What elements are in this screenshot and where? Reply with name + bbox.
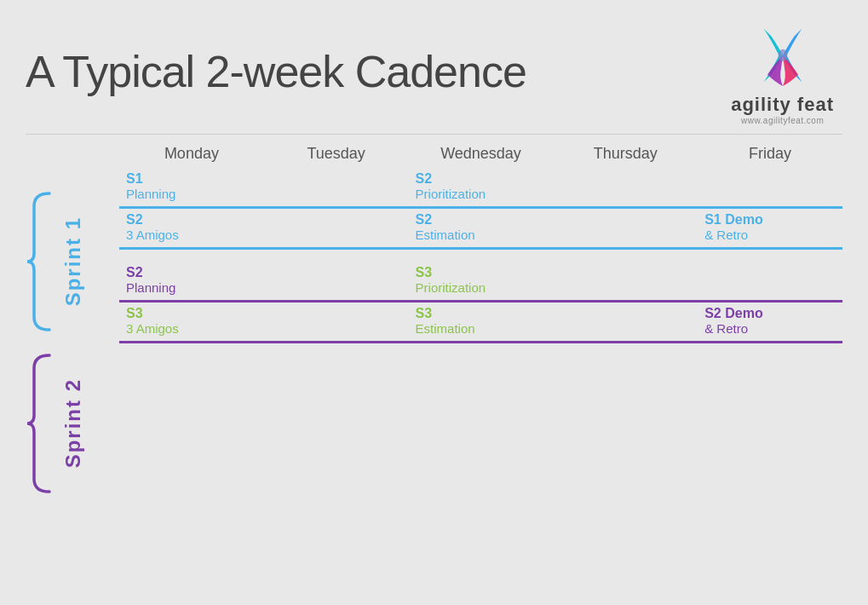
event-s3-amigos-name: 3 Amigos [126,321,264,336]
sprint2-row2-line [119,341,842,343]
event-s3-prior-label: S3 [416,265,554,280]
event-s2-planning: S2 Planning [119,265,264,295]
event-s2-3amigos: S2 3 Amigos [119,212,264,242]
event-s2-prioritization: S2 Prioritization [409,171,554,201]
event-s3-estimation: S3 Estimation [409,306,554,336]
header-divider [26,134,842,135]
event-s1-planning-label: S1 [126,171,264,187]
empty-col3 [698,171,842,201]
day-friday: Friday [698,145,842,163]
logo-name: agility feat [731,94,834,116]
sprint1-block: Sprint 1 [26,181,119,343]
event-s1-demo-label: S1 Demo [704,212,842,228]
event-s2-est-name: Estimation [416,228,554,242]
schedule-table: Monday Tuesday Wednesday Thursday Friday… [119,145,842,504]
header: A Typical 2-week Cadence agility feat ww… [26,17,842,125]
sprint1-label: Sprint 1 [61,216,85,306]
event-s2-plan-label: S2 [126,265,264,280]
sprint2-block: Sprint 2 [26,343,119,504]
days-header-row: Monday Tuesday Wednesday Thursday Friday [119,145,842,163]
sprint2-row1-events: S2 Planning S3 Prioritization [119,265,842,300]
sprint1-row1-line [119,206,842,209]
logo-icon [744,17,821,94]
empty-col9 [264,306,409,336]
days-spacer [26,145,119,181]
event-s3-amigos-label: S3 [126,306,264,321]
sprint1-row2: S2 3 Amigos S2 Estimation S1 Demo & Retr… [119,212,842,250]
page-container: A Typical 2-week Cadence agility feat ww… [0,0,868,605]
event-s1-demo-name: & Retro [704,228,842,242]
event-s1-planning: S1 Planning [119,171,264,201]
empty-col6 [264,265,409,295]
day-monday: Monday [119,145,264,163]
event-s2-est-label: S2 [416,212,554,228]
sprint1-row2-line [119,247,842,250]
sprint1-row1: S1 Planning S2 Prioritization [119,171,842,209]
svg-point-0 [778,49,787,61]
event-s1-planning-name: Planning [126,187,264,201]
sprint2-label: Sprint 2 [61,378,85,468]
day-tuesday: Tuesday [264,145,409,163]
empty-col4 [264,212,409,242]
event-s2-demo-label: S2 Demo [704,306,842,321]
event-s3-est-name: Estimation [416,321,554,336]
logo-url: www.agilityfeat.com [741,116,824,125]
empty-col5 [553,212,698,242]
empty-col2 [553,171,698,201]
sprint1-brace-icon [26,189,56,334]
event-s3-prior-name: Prioritization [416,280,554,295]
sprint-labels-column: Sprint 1 Sprint 2 [26,145,119,504]
page-title: A Typical 2-week Cadence [26,46,526,97]
empty-col [264,171,409,201]
empty-col7 [553,265,698,295]
event-s3-3amigos: S3 3 Amigos [119,306,264,336]
empty-col8 [698,265,842,295]
logo-area: agility feat www.agilityfeat.com [731,17,834,125]
sprint1-row1-events: S1 Planning S2 Prioritization [119,171,842,206]
event-s2-prior-label: S2 [416,171,554,187]
event-s2-amigos-name: 3 Amigos [126,228,264,242]
sprint2-row1: S2 Planning S3 Prioritization [119,265,842,302]
day-thursday: Thursday [553,145,698,163]
event-s2-estimation: S2 Estimation [409,212,554,242]
event-s1-demo: S1 Demo & Retro [698,212,842,242]
sprint2-row2-events: S3 3 Amigos S3 Estimation S2 Demo & Retr… [119,306,842,341]
main-content: Sprint 1 Sprint 2 Monday Tuesday Wednesd… [26,145,842,504]
day-wednesday: Wednesday [409,145,554,163]
event-s3-est-label: S3 [416,306,554,321]
event-s2-demo-name: & Retro [704,321,842,336]
sprint2-row2: S3 3 Amigos S3 Estimation S2 Demo & Retr… [119,306,842,343]
event-s3-prioritization: S3 Prioritization [409,265,554,295]
event-s2-prior-name: Prioritization [416,187,554,201]
event-s2-demo: S2 Demo & Retro [698,306,842,336]
event-s2-plan-name: Planning [126,280,264,295]
sprint2-brace-icon [26,351,56,496]
event-s2-amigos-label: S2 [126,212,264,228]
sprint2-row1-line [119,300,842,302]
empty-col10 [553,306,698,336]
sprint1-row2-events: S2 3 Amigos S2 Estimation S1 Demo & Retr… [119,212,842,247]
